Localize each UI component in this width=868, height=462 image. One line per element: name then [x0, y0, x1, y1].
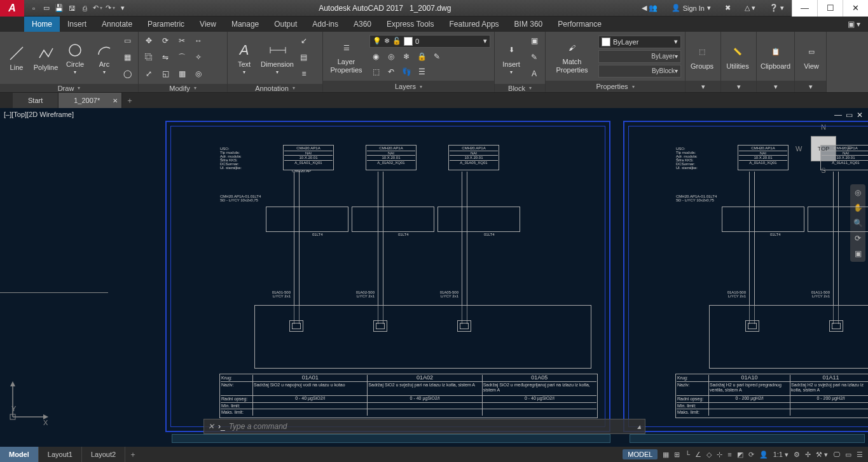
extend-icon[interactable]: ↔ [192, 34, 205, 47]
dimension-button[interactable]: Dimension▾ [261, 41, 294, 75]
tab-a360[interactable]: A360 [346, 17, 379, 32]
array-icon[interactable]: ▦ [176, 67, 188, 80]
status-polar-icon[interactable]: ∠ [695, 451, 701, 459]
layouttab-layout2[interactable]: Layout2 [82, 447, 125, 462]
layer-off-icon[interactable]: ◉ [369, 50, 382, 63]
create-block-icon[interactable]: ▣ [528, 34, 541, 47]
text-button[interactable]: AText▾ [231, 41, 257, 75]
status-lwt-icon[interactable]: ≡ [727, 451, 731, 458]
move-icon[interactable]: ✥ [142, 34, 155, 47]
tab-insert[interactable]: Insert [60, 17, 94, 32]
layer-properties-button[interactable]: ☰Layer Properties [327, 39, 366, 73]
qat-save-icon[interactable]: 💾 [53, 3, 65, 14]
panel-layers-title[interactable]: Layers [323, 81, 494, 92]
offset-icon[interactable]: ◎ [192, 67, 205, 80]
minimize-button[interactable]: — [792, 0, 817, 17]
linetype-dropdown[interactable]: ByBlock ▾ [598, 65, 681, 78]
tab-parametric[interactable]: Parametric [140, 17, 192, 32]
status-cycle-icon[interactable]: ⟳ [748, 451, 754, 459]
layouttab-layout1[interactable]: Layout1 [39, 447, 82, 462]
status-osnap-icon[interactable]: ◇ [706, 451, 712, 459]
status-clean-icon[interactable]: ▭ [845, 451, 851, 459]
lineweight-dropdown[interactable]: ByLayer ▾ [598, 50, 681, 63]
status-anno-icon[interactable]: ✢ [805, 451, 811, 459]
mirror-icon[interactable]: ⇋ [159, 51, 172, 64]
edit-block-icon[interactable]: ✎ [528, 51, 541, 64]
stretch-icon[interactable]: ⤢ [142, 67, 155, 80]
qat-more-icon[interactable]: ▾ [117, 3, 128, 14]
trim-icon[interactable]: ✂ [176, 34, 188, 47]
tab-performance[interactable]: Performance [550, 17, 609, 32]
ucs-icon[interactable]: YX [6, 379, 51, 425]
tab-annotate[interactable]: Annotate [94, 17, 140, 32]
search-toggle-icon[interactable]: ◀ 👥 [638, 2, 661, 15]
tab-featured[interactable]: Featured Apps [442, 17, 507, 32]
qat-redo-icon[interactable]: ↷ [104, 3, 116, 14]
panel-block-title[interactable]: Block [495, 84, 545, 92]
panel-view-title[interactable]: ▾ [795, 81, 826, 92]
tab-bim360[interactable]: BIM 360 [507, 17, 551, 32]
status-ortho-icon[interactable]: └ [685, 451, 690, 458]
tab-express[interactable]: Express Tools [379, 17, 441, 32]
arc-button[interactable]: Arc▾ [92, 41, 117, 75]
qat-saveas-icon[interactable]: 🖫 [66, 3, 78, 14]
status-person-icon[interactable]: 👤 [759, 451, 768, 459]
layer-freeze2-icon[interactable]: ❄ [400, 50, 413, 63]
insert-button[interactable]: ⬇Insert▾ [499, 41, 524, 75]
tab-addins[interactable]: Add-ins [305, 17, 346, 32]
status-model-button[interactable]: MODEL [623, 449, 658, 459]
cmd-close-icon[interactable]: ✕ [208, 422, 214, 431]
add-layout-button[interactable]: ＋ [125, 447, 141, 462]
status-otrack-icon[interactable]: ⊹ [717, 451, 722, 459]
copy-icon[interactable]: ⿻ [142, 51, 155, 64]
rectangle-icon[interactable]: ▭ [121, 34, 134, 47]
clipboard-button[interactable]: 📋Clipboard [761, 43, 790, 70]
utilities-button[interactable]: 📏Utilities [725, 43, 750, 70]
panel-modify-title[interactable]: Modify [139, 84, 227, 92]
status-snap-icon[interactable]: ⊞ [674, 451, 680, 459]
qat-plot-icon[interactable]: ⎙ [79, 3, 90, 14]
polyline-button[interactable]: Polyline [33, 44, 59, 71]
layer-walk-icon[interactable]: 👣 [400, 65, 413, 78]
help-icon[interactable]: ❔ ▾ [766, 2, 788, 15]
explode-icon[interactable]: ✧ [192, 51, 205, 64]
panel-utilities-title[interactable]: ▾ [721, 81, 756, 92]
tab-manage[interactable]: Manage [224, 17, 266, 32]
color-dropdown[interactable]: ByLayer▾ [598, 36, 681, 48]
groups-button[interactable]: ⬚Groups [689, 43, 715, 70]
qat-undo-icon[interactable]: ↶ [92, 3, 103, 14]
layer-iso-icon[interactable]: ◎ [385, 50, 397, 63]
leader-icon[interactable]: ↙ [298, 34, 310, 47]
attr-icon[interactable]: A [528, 67, 541, 80]
match-properties-button[interactable]: 🖌Match Properties [549, 39, 595, 73]
close-tab-icon[interactable]: ✕ [113, 97, 118, 104]
sign-in-button[interactable]: 👤 Sign In ▾ [668, 2, 715, 15]
status-ws-icon[interactable]: ⚒ ▾ [816, 451, 828, 459]
scale-icon[interactable]: ◱ [159, 67, 172, 80]
status-transp-icon[interactable]: ◩ [737, 451, 743, 459]
layouttab-model[interactable]: Model [0, 447, 39, 462]
app-logo[interactable]: A [0, 0, 24, 17]
cmd-input[interactable]: Type a command [229, 422, 287, 431]
fillet-icon[interactable]: ⌒ [176, 51, 188, 64]
ellipse-icon[interactable]: ◯ [121, 67, 134, 80]
panel-draw-title[interactable]: Draw [0, 84, 138, 92]
status-grid-icon[interactable]: ▦ [663, 451, 669, 459]
command-line[interactable]: ✕ ›_ Type a command ▴ [203, 419, 645, 434]
status-scale[interactable]: 1:1 ▾ [773, 451, 789, 459]
layer-dropdown[interactable]: 💡 ❄ 🔓 0 ▾ [369, 35, 490, 48]
rotate-icon[interactable]: ⟳ [159, 34, 172, 47]
tab-output[interactable]: Output [266, 17, 305, 32]
filetab-current[interactable]: 1_2007*✕ [59, 93, 122, 108]
layer-make-icon[interactable]: ✎ [431, 50, 443, 63]
view-button[interactable]: ▭View [799, 43, 824, 70]
add-tab-button[interactable]: ＋ [122, 93, 137, 108]
panel-clipboard-title[interactable]: ▾ [757, 81, 794, 92]
hatch-icon[interactable]: ▦ [121, 51, 134, 64]
tab-home[interactable]: Home [24, 17, 60, 32]
mtext-icon[interactable]: ≡ [298, 67, 310, 80]
panel-properties-title[interactable]: Properties [546, 81, 685, 92]
panel-groups-title[interactable]: ▾ [685, 81, 720, 92]
drawing-canvas[interactable]: [–][Top][2D Wireframe] — ▭ ✕ NSWE TOP ◎ … [0, 108, 868, 447]
circle-button[interactable]: Circle▾ [62, 41, 88, 75]
